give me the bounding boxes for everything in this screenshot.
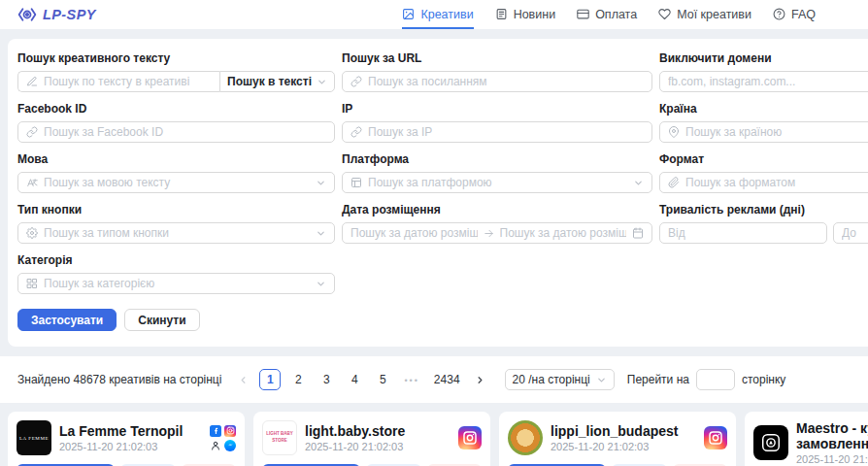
- chevron-down-icon: [633, 178, 644, 188]
- filter-ip: IP: [342, 102, 652, 143]
- payment-card-icon: [577, 8, 589, 20]
- nav-tab-label: Оплата: [595, 8, 637, 21]
- card-avatar: LA FEMME: [17, 420, 51, 455]
- language-select[interactable]: [17, 172, 335, 193]
- card-platform-icons: [458, 426, 482, 449]
- search-mode-value: Пошук в тексті: [227, 75, 312, 88]
- format-select[interactable]: [659, 172, 868, 193]
- prev-page-button[interactable]: [233, 369, 252, 390]
- format-input[interactable]: [685, 176, 868, 189]
- logo[interactable]: LP-SPY: [17, 0, 96, 29]
- eye-logo-icon: [17, 5, 37, 24]
- creative-card: lippi_lion_budapest 2025-11-20 21:02:03 …: [499, 412, 736, 466]
- news-icon: [495, 8, 508, 20]
- filter-category: Категорія: [17, 253, 335, 294]
- nav-tab-label: FAQ: [791, 8, 816, 21]
- audience-icon: [210, 440, 221, 451]
- platform-select[interactable]: [342, 172, 652, 193]
- picture-icon: [402, 8, 415, 20]
- date-start-input[interactable]: [351, 226, 478, 240]
- layout-icon: [351, 177, 362, 188]
- date-end-input[interactable]: [500, 226, 627, 240]
- map-pin-icon: [668, 126, 680, 138]
- category-input[interactable]: [44, 277, 310, 290]
- nav-tab-label: Мої креативи: [677, 8, 751, 21]
- pagination-page[interactable]: 2: [287, 369, 309, 390]
- nav-tab-faq[interactable]: FAQ: [773, 0, 816, 29]
- pagination-ellipsis[interactable]: •••: [400, 369, 422, 390]
- field-label: Категорія: [17, 253, 335, 267]
- card-timestamp: 2025-11-20 21:02:03: [305, 441, 451, 452]
- link-icon: [351, 76, 362, 87]
- question-icon: [773, 8, 785, 20]
- card-timestamp: 2025-11-20 21:02:03: [551, 441, 696, 452]
- nav-tab-news[interactable]: Новини: [495, 0, 556, 29]
- instagram-icon: [224, 425, 236, 437]
- chevron-down-icon: [316, 279, 326, 289]
- category-select[interactable]: [17, 273, 335, 294]
- nav-tab-payment[interactable]: Оплата: [577, 0, 637, 29]
- field-label: Тип кнопки: [17, 203, 335, 216]
- pagination-page[interactable]: 2434: [430, 369, 464, 390]
- card-timestamp: 2025-11-20 21:02:03: [796, 453, 868, 465]
- search-mode-select[interactable]: Пошук в тексті: [219, 71, 335, 92]
- field-label: Тривалість реклами (дні): [659, 203, 868, 216]
- apply-button[interactable]: Застосувати: [17, 309, 117, 331]
- chevron-down-icon: [316, 228, 326, 239]
- page-size-value: 20 /на сторінці: [513, 373, 590, 386]
- goto-page-input[interactable]: [696, 369, 735, 390]
- pagination-page[interactable]: 4: [344, 369, 365, 390]
- pagination-page[interactable]: 1: [259, 369, 281, 390]
- chevron-down-icon: [596, 375, 607, 385]
- exclude-domains-input[interactable]: [668, 75, 868, 88]
- chevron-right-icon: [475, 375, 485, 385]
- nav-tab-creatives[interactable]: Креативи: [402, 0, 473, 29]
- pagination-page[interactable]: 3: [316, 369, 337, 390]
- field-label: Дата розміщення: [342, 203, 652, 216]
- platform-input[interactable]: [368, 176, 627, 189]
- field-label: Пошук за URL: [342, 51, 652, 65]
- button-type-input[interactable]: [44, 226, 310, 240]
- instagram-icon: [458, 426, 482, 449]
- pen-icon: [26, 76, 38, 87]
- card-title[interactable]: lippi_lion_budapest: [551, 423, 696, 439]
- url-input[interactable]: [368, 75, 644, 88]
- link-icon: [351, 126, 362, 138]
- card-title[interactable]: La Femme Ternopil: [59, 423, 202, 439]
- field-label: Виключити домени: [659, 51, 868, 65]
- card-title[interactable]: light.baby.store: [305, 423, 451, 439]
- filter-facebook-id: Facebook ID: [17, 102, 335, 143]
- button-type-select[interactable]: [17, 222, 335, 244]
- language-input[interactable]: [44, 176, 310, 189]
- field-label: Facebook ID: [17, 102, 335, 116]
- facebook-icon: [210, 425, 221, 437]
- next-page-button[interactable]: [471, 369, 490, 390]
- country-input[interactable]: [685, 125, 868, 139]
- translate-icon: [26, 177, 38, 188]
- duration-to-input[interactable]: [842, 226, 868, 240]
- arrow-right-icon: [484, 228, 494, 239]
- pagination-page[interactable]: 5: [372, 369, 393, 390]
- goto-suffix: сторінку: [742, 373, 785, 386]
- card-platform-icons: [704, 426, 727, 449]
- filter-url: Пошук за URL: [342, 51, 652, 92]
- ip-input[interactable]: [368, 125, 644, 139]
- messenger-icon: [224, 440, 236, 451]
- creative-text-input[interactable]: [44, 75, 212, 88]
- card-avatar: [753, 425, 788, 460]
- facebook-id-input[interactable]: [44, 125, 326, 139]
- filter-panel: Пошук креативного тексту Пошук в тексті …: [8, 39, 868, 347]
- creative-card: LA FEMME La Femme Ternopil 2025-11-20 21…: [8, 412, 245, 466]
- card-title[interactable]: Maestro - кухні, меблі на замовлення в У…: [796, 420, 868, 451]
- header: LP-SPY Креативи Новини Оплата Мої креати…: [0, 0, 868, 29]
- duration-from-input[interactable]: [668, 226, 818, 240]
- creative-card: Maestro - кухні, меблі на замовлення в У…: [745, 412, 868, 466]
- page-size-select[interactable]: 20 /на сторінці: [505, 369, 615, 390]
- nav-tab-my-creatives[interactable]: Мої креативи: [658, 0, 751, 29]
- reset-button[interactable]: Скинути: [124, 309, 199, 331]
- filter-creative-text: Пошук креативного тексту Пошук в тексті: [17, 51, 335, 92]
- date-range-picker[interactable]: [342, 222, 652, 244]
- field-label: Пошук креативного тексту: [17, 51, 335, 65]
- paperclip-icon: [668, 177, 680, 188]
- card-platform-icons: [210, 425, 236, 451]
